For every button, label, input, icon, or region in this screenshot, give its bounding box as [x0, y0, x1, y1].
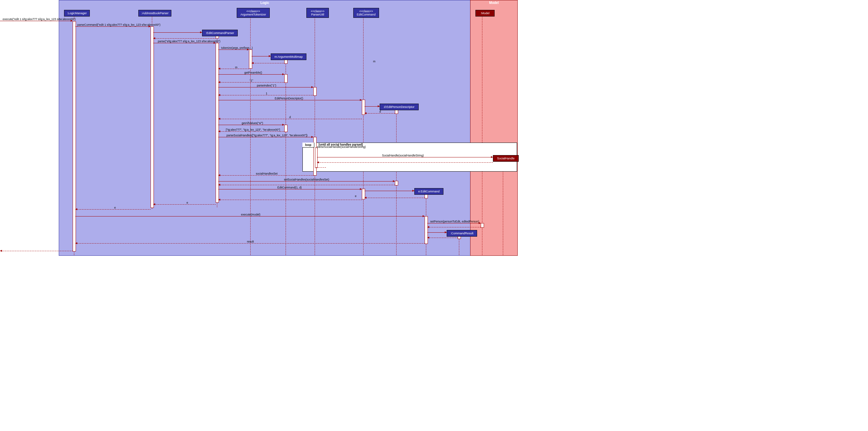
participant-argument-multimap: m:ArgumentMultimap [271, 54, 306, 60]
arrow-head [491, 156, 493, 158]
arrow [218, 119, 362, 119]
arrow-head [218, 118, 220, 120]
arrow [153, 43, 216, 43]
lifeline [363, 17, 364, 255]
arrow [218, 131, 284, 132]
arrow-head [282, 73, 284, 75]
lifeline [482, 16, 483, 255]
msg-edit-person-desc: EditPersonDescriptor() [275, 97, 303, 100]
activation [425, 216, 428, 244]
arrow [0, 251, 73, 251]
arrow [75, 26, 151, 27]
arrow [218, 100, 362, 100]
arrow [365, 113, 395, 113]
arrow [252, 56, 271, 57]
arrow-head [360, 99, 362, 101]
msg-return-e: e [355, 194, 356, 198]
arrow [218, 200, 362, 200]
msg-social-handle-ctor: SocialHandle(socialHandleString) [382, 154, 424, 157]
arrow-head [153, 37, 155, 39]
activation [481, 223, 484, 228]
msg-parse-social-handles: parseSocialHandles(["tg:alex777", "ig:a_… [226, 134, 307, 137]
arrow [218, 125, 284, 125]
participant-edit-command-parser: :EditCommandParser [202, 30, 238, 36]
msg-edit-command-ctor: EditCommand(1, d) [277, 186, 302, 189]
arrow-head [269, 55, 271, 57]
arrow-head [218, 184, 220, 186]
msg-social-handles-set: socialHandlesSet [256, 172, 278, 175]
arrow-head [218, 68, 220, 70]
arrow-head [445, 231, 447, 233]
arrow [218, 95, 313, 95]
participant-command-result: :CommandResult [447, 230, 477, 237]
msg-parse: parse("s/tg:alex777 s/ig:a_lex_123 s/tw:… [158, 40, 220, 43]
arrow [153, 204, 216, 205]
msg-set-person: setPerson(personToEdit, editedPerson) [430, 220, 479, 223]
arrow [317, 162, 493, 163]
arrow [427, 227, 481, 227]
arrow-head [311, 136, 313, 138]
arrow-head [317, 161, 319, 163]
arrow-head [393, 180, 395, 182]
msg-execute: execute("edit 1 s/tg:alex777 s/ig:a_lex_… [3, 18, 75, 21]
arrow-head [218, 199, 220, 201]
participant-edit-person-descriptor: d:EditPersonDescriptor [380, 104, 418, 110]
activation [284, 74, 287, 83]
arrow-head [218, 130, 220, 132]
arrow-head [423, 215, 425, 217]
arrow [218, 137, 313, 137]
msg-parse-index: parseIndex("1") [257, 84, 276, 87]
arrow [218, 175, 313, 175]
arrow [427, 232, 447, 233]
loop-condition: [until all social handles parsed] [319, 143, 363, 146]
lifeline [315, 17, 315, 255]
arrow-head [0, 250, 2, 252]
arrow [75, 209, 151, 209]
arrow [218, 69, 249, 69]
arrow [365, 198, 425, 198]
arrow [317, 157, 493, 158]
msg-return-list: ["tg:alex777", "ig:a_lex_123", "tw:alexx… [226, 128, 280, 131]
activation [395, 181, 398, 186]
arrow-head [218, 94, 220, 96]
arrow-head [427, 226, 429, 228]
logic-title: Logic [59, 1, 470, 5]
lifeline [286, 59, 286, 255]
arrow-head [412, 190, 414, 192]
msg-return-m: m [373, 60, 375, 63]
arrow-head [200, 31, 202, 33]
participant-argument-tokenizer: <<class>>ArgumentTokenizer [237, 8, 270, 18]
activation [315, 147, 318, 168]
arrow-head [282, 124, 284, 126]
arrow-head [365, 112, 367, 114]
arrow-head [75, 242, 77, 244]
msg-return-d: d [379, 110, 381, 113]
arrow [252, 63, 284, 63]
arrow [218, 82, 284, 82]
arrow-head [252, 62, 254, 64]
msg-get-preamble: getPreamble() [244, 71, 262, 74]
arrow-head [218, 81, 220, 83]
msg-return-1: 1 [266, 92, 268, 95]
arrow [427, 223, 481, 224]
msg-return-e2: e [187, 201, 188, 204]
activation [284, 125, 287, 132]
msg-return-e3: e [114, 206, 116, 209]
sequence-diagram: Logic Model :LogicManager :AddressBookPa… [0, 0, 517, 256]
arrow [427, 238, 458, 238]
arrow [218, 74, 284, 75]
arrow-head [311, 86, 313, 88]
arrow-head [427, 237, 429, 239]
arrow-head [360, 188, 362, 190]
arrow [218, 185, 395, 185]
arrow [75, 216, 425, 217]
participant-parser-util: <<class>>ParserUtil [306, 8, 329, 18]
arrow-head [365, 197, 367, 199]
msg-get-all-values: getAllValues("s/") [242, 122, 263, 125]
arrow [218, 87, 313, 88]
msg-return-d2: d [289, 115, 291, 119]
participant-logic-manager: :LogicManager [64, 10, 90, 16]
arrow [365, 191, 414, 191]
msg-return-m2: m [235, 66, 238, 69]
model-group-box: Model [470, 0, 518, 256]
